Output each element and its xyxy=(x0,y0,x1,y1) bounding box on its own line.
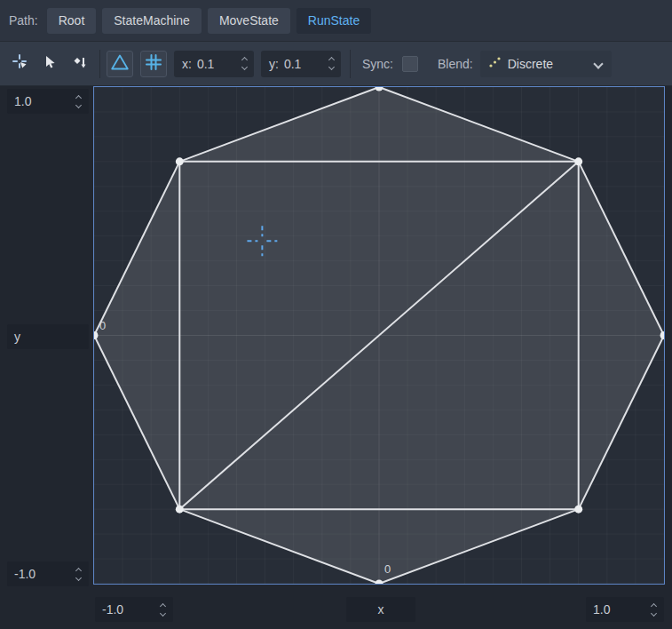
create-triangle-tool-button[interactable] xyxy=(107,51,133,77)
spin-down-icon[interactable] xyxy=(75,103,83,108)
spin-up-icon[interactable] xyxy=(241,57,249,62)
sync-label: Sync: xyxy=(362,57,393,71)
y-axis-label-field[interactable]: y xyxy=(7,324,89,349)
snap-x-spinbox[interactable]: x: 0.1 xyxy=(174,51,254,77)
path-button-root[interactable]: Root xyxy=(47,8,97,34)
blend-position-tool-button[interactable] xyxy=(7,52,32,76)
snap-y-spinbox[interactable]: y: 0.1 xyxy=(261,51,341,77)
path-button-statemachine[interactable]: StateMachine xyxy=(102,8,202,34)
spin-down-icon[interactable] xyxy=(159,611,168,617)
x-axis-label-field[interactable]: x xyxy=(346,597,415,622)
path-label: Path: xyxy=(9,13,38,28)
blend-position-tool-icon xyxy=(12,54,28,73)
blend-space-canvas[interactable]: 00 xyxy=(93,86,665,585)
discrete-blend-icon xyxy=(488,56,501,71)
spin-down-icon[interactable] xyxy=(241,65,249,70)
x-min-spinbox[interactable]: -1.0 xyxy=(95,597,173,622)
x-axis-label: x xyxy=(378,602,384,617)
spin-down-icon[interactable] xyxy=(328,65,336,70)
blend-space-toolbar: x: 0.1 y: 0.1 Sync: Blend: xyxy=(0,42,672,86)
toolbar-separator xyxy=(350,50,351,78)
blend-label: Blend: xyxy=(438,57,473,71)
y-min-value: -1.0 xyxy=(14,567,36,581)
spin-up-icon[interactable] xyxy=(159,603,168,609)
y-max-value: 1.0 xyxy=(14,94,31,108)
snap-toggle-button[interactable] xyxy=(140,51,167,77)
blend-mode-value: Discrete xyxy=(508,57,587,71)
snap-y-value: 0.1 xyxy=(284,57,301,71)
spin-up-icon[interactable] xyxy=(650,603,659,609)
spin-down-icon[interactable] xyxy=(75,576,83,581)
snap-x-value: 0.1 xyxy=(197,57,214,71)
sync-checkbox[interactable] xyxy=(402,56,418,72)
spin-up-icon[interactable] xyxy=(328,57,336,62)
snap-x-label: x: xyxy=(182,57,192,71)
blend-space-plot[interactable]: 00 xyxy=(94,87,664,584)
spin-up-icon[interactable] xyxy=(75,95,83,100)
select-tool-button[interactable] xyxy=(37,52,62,76)
chevron-down-icon xyxy=(594,60,604,68)
snap-y-label: y: xyxy=(269,57,279,71)
x-max-value: 1.0 xyxy=(593,602,610,617)
svg-text:0: 0 xyxy=(384,562,391,576)
y-min-spinbox[interactable]: -1.0 xyxy=(7,561,89,586)
y-axis-label: y xyxy=(14,330,20,344)
blend-space-editor: Path: Root StateMachine MoveState RunSta… xyxy=(0,0,672,629)
x-max-spinbox[interactable]: 1.0 xyxy=(586,597,664,622)
x-min-value: -1.0 xyxy=(102,602,123,617)
create-point-tool-icon xyxy=(73,55,87,73)
triangle-icon xyxy=(109,52,130,76)
path-bar: Path: Root StateMachine MoveState RunSta… xyxy=(0,0,672,42)
svg-text:0: 0 xyxy=(99,319,106,332)
path-button-movestate[interactable]: MoveState xyxy=(208,8,290,34)
spin-down-icon[interactable] xyxy=(650,611,659,617)
blend-mode-dropdown[interactable]: Discrete xyxy=(480,51,612,77)
snap-grid-icon xyxy=(143,52,164,76)
y-max-spinbox[interactable]: 1.0 xyxy=(7,89,89,114)
create-point-tool-button[interactable] xyxy=(67,52,92,76)
select-tool-icon xyxy=(43,55,57,73)
toolbar-separator xyxy=(99,50,100,78)
path-button-runstate[interactable]: RunState xyxy=(296,8,371,34)
spin-up-icon[interactable] xyxy=(75,568,83,573)
